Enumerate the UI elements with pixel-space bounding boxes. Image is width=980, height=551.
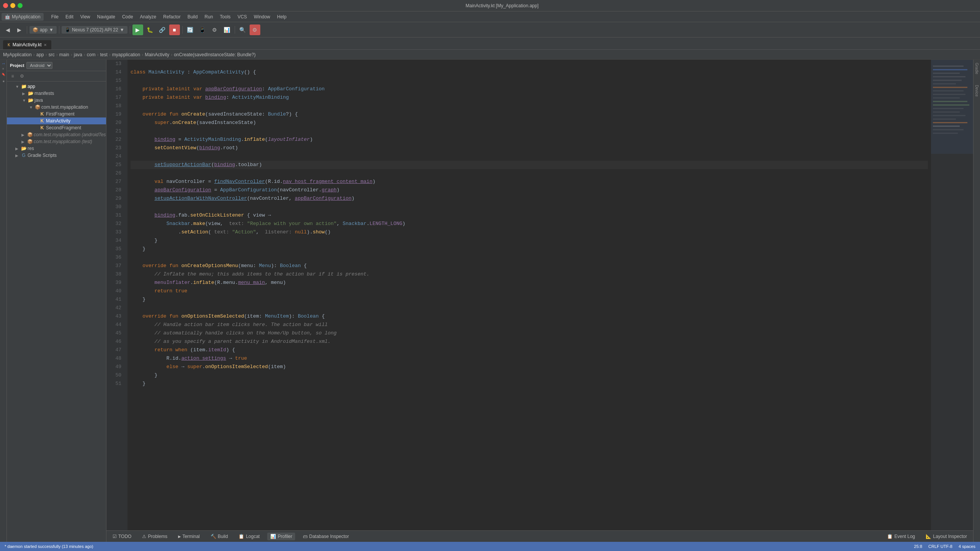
back-button[interactable]: ◀: [2, 24, 13, 35]
app-title: MyApplication: [12, 14, 41, 20]
device-manager-icon[interactable]: Device: [975, 85, 979, 97]
tree-item-manifests[interactable]: ▶ 📂 manifests: [7, 90, 106, 97]
status-indent[interactable]: 4 spaces: [959, 544, 975, 549]
project-icon[interactable]: 1: [2, 63, 5, 65]
code-line-51: }: [131, 380, 928, 388]
breadcrumb-oncreate[interactable]: onCreate(savedInstanceState: Bundle?): [174, 52, 255, 57]
app-name-label[interactable]: 🤖 MyApplication: [2, 13, 44, 21]
gradle-side-icon[interactable]: Gradle: [975, 63, 979, 74]
menu-help[interactable]: Help: [274, 13, 290, 20]
project-tree: ▼ 📁 app ▶ 📂 manifests ▼ 📂 java: [7, 82, 106, 542]
tree-item-res[interactable]: ▶ 📂 res: [7, 145, 106, 152]
line-number-27: 27: [106, 178, 124, 186]
tab-build[interactable]: 🔨 Build: [207, 533, 231, 540]
tree-item-gradle[interactable]: ▶ G Gradle Scripts: [7, 152, 106, 159]
menu-refactor[interactable]: Refactor: [160, 13, 183, 20]
breadcrumb-java[interactable]: java: [74, 52, 82, 57]
breadcrumb-app2[interactable]: app: [36, 52, 44, 57]
maximize-button[interactable]: [18, 3, 23, 8]
structure-icon[interactable]: ≡: [2, 68, 5, 70]
tab-layout-inspector[interactable]: 📐 Layout Inspector: [923, 533, 970, 540]
project-panel: Project Android Project ≡ ⚙ ▼ 📁 app ▶: [7, 60, 106, 542]
tree-item-app[interactable]: ▼ 📁 app: [7, 83, 106, 90]
module-arrow: ▼: [49, 27, 54, 33]
tab-terminal[interactable]: ▶ Terminal: [175, 533, 203, 540]
device-selector[interactable]: 📱 Nexus 7 (2012) API 22 ▼: [62, 26, 127, 34]
forward-button[interactable]: ▶: [14, 24, 24, 35]
breadcrumb-com[interactable]: com: [87, 52, 96, 57]
project-view-selector[interactable]: Android Project: [26, 62, 52, 69]
tab-logcat[interactable]: 📋 Logcat: [235, 533, 263, 540]
code-content[interactable]: class MainActivity : AppCompatActivity()…: [127, 60, 931, 530]
menu-run[interactable]: Run: [201, 13, 216, 20]
window-controls[interactable]: [3, 3, 23, 8]
tree-item-java[interactable]: ▼ 📂 java: [7, 97, 106, 104]
menu-vcs[interactable]: VCS: [234, 13, 250, 20]
run-button[interactable]: ▶: [132, 24, 143, 35]
code-line-50: }: [131, 371, 928, 380]
tab-layout-inspector-label: Layout Inspector: [933, 534, 967, 539]
menu-tools[interactable]: Tools: [217, 13, 234, 20]
kt-icon: K: [8, 43, 10, 47]
breadcrumb-test[interactable]: test: [100, 52, 107, 57]
tree-item-second-fragment[interactable]: K SecondFragment: [7, 124, 106, 131]
folder-icon: 📂: [28, 97, 34, 103]
menu-view[interactable]: View: [77, 13, 93, 20]
tree-item-test[interactable]: ▶ 📦 com.test.myapplication (test): [7, 138, 106, 145]
status-encoding[interactable]: CRLF UTF-8: [928, 544, 952, 549]
tab-terminal-label: Terminal: [182, 534, 199, 539]
favorites-icon[interactable]: ★: [2, 80, 5, 83]
tab-database-inspector-label: Database Inspector: [309, 534, 349, 539]
tree-item-first-fragment[interactable]: K FirstFragment: [7, 111, 106, 117]
tree-label-package: com.test.myapplication: [41, 104, 88, 110]
line-number-20: 20: [106, 119, 124, 127]
settings-btn[interactable]: ⚙: [18, 72, 26, 80]
avd-button[interactable]: 📱: [197, 24, 208, 35]
code-line-33: .setAction( text: "Action", listener: nu…: [131, 228, 928, 236]
close-button[interactable]: [3, 3, 8, 8]
tab-event-log[interactable]: 📋 Event Log: [884, 533, 918, 540]
bookmarks-icon[interactable]: 🔖: [2, 73, 5, 77]
tab-database-inspector[interactable]: 🗃 Database Inspector: [300, 533, 352, 540]
module-selector[interactable]: 📦 app ▼: [29, 26, 57, 34]
breadcrumb-app[interactable]: MyApplication: [3, 52, 32, 57]
tab-mainactivity[interactable]: K MainActivity.kt ✕: [3, 40, 51, 49]
tree-item-android-test[interactable]: ▶ 📦 com.test.myapplication (androidTest): [7, 131, 106, 138]
menu-navigate[interactable]: Navigate: [94, 13, 118, 20]
menu-window[interactable]: Window: [251, 13, 273, 20]
menu-build[interactable]: Build: [185, 13, 201, 20]
menu-analyze[interactable]: Analyze: [137, 13, 160, 20]
code-line-20: super.onCreate(savedInstanceState): [131, 119, 928, 127]
expand-arrow: ▶: [15, 147, 20, 151]
menu-file[interactable]: File: [48, 13, 62, 20]
collapse-all-button[interactable]: ≡: [8, 72, 17, 80]
sdk-button[interactable]: ⚙: [209, 24, 220, 35]
breadcrumb-main[interactable]: main: [59, 52, 69, 57]
line-numbers: 1314151617181920212223242526272829303132…: [106, 60, 127, 530]
debug-button[interactable]: 🐛: [145, 24, 155, 35]
main-area: 1 ≡ 🔖 ★ Project Android Project ≡ ⚙ ▼ 📁 …: [0, 60, 980, 542]
breadcrumb-myapp[interactable]: myapplication: [112, 52, 140, 57]
settings-button[interactable]: ⚙: [250, 24, 260, 35]
breadcrumb-src[interactable]: src: [49, 52, 55, 57]
code-line-13: [131, 60, 928, 68]
sync-button[interactable]: 🔄: [185, 24, 196, 35]
attach-debugger-button[interactable]: 🔗: [157, 24, 168, 35]
tab-problems[interactable]: ⚠ Problems: [139, 533, 170, 540]
menu-edit[interactable]: Edit: [62, 13, 77, 20]
breadcrumb-mainactivity[interactable]: MainActivity: [145, 52, 169, 57]
tree-item-mainactivity[interactable]: K MainActivity: [7, 117, 106, 124]
tab-close-icon[interactable]: ✕: [44, 43, 47, 47]
minimize-button[interactable]: [10, 3, 15, 8]
tab-profiler[interactable]: 📊 Profiler: [267, 533, 295, 540]
search-button[interactable]: 🔍: [237, 24, 248, 35]
line-number-25: 25: [106, 161, 124, 169]
status-position[interactable]: 25:8: [914, 544, 922, 549]
tree-item-package[interactable]: ▼ 📦 com.test.myapplication: [7, 104, 106, 111]
stop-button[interactable]: ■: [169, 24, 180, 35]
breadcrumb-sep1: ›: [33, 52, 35, 57]
tab-todo[interactable]: ☑ TODO: [109, 533, 134, 540]
tree-label-java: java: [34, 98, 43, 103]
profile-button[interactable]: 📊: [222, 24, 232, 35]
menu-code[interactable]: Code: [119, 13, 136, 20]
